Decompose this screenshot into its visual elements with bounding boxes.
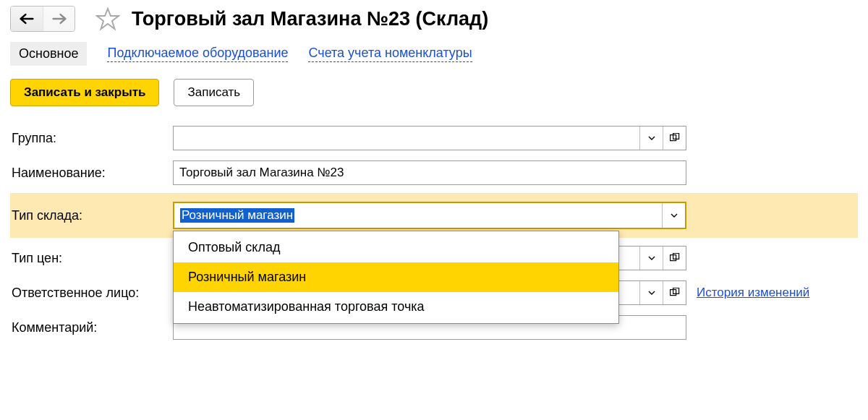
price-type-open-button[interactable] — [663, 247, 686, 270]
name-input[interactable]: Торговый зал Магазина №23 — [173, 160, 686, 185]
name-value: Торговый зал Магазина №23 — [174, 161, 686, 184]
section-tabs: Основное Подключаемое оборудование Счета… — [10, 42, 858, 66]
star-outline-icon — [95, 7, 120, 31]
arrow-right-icon — [52, 12, 67, 25]
warehouse-type-dropdown-list: Оптовый склад Розничный магазин Неавтома… — [173, 231, 619, 324]
group-dropdown-button[interactable] — [639, 127, 663, 150]
warehouse-type-selected-text: Розничный магазин — [180, 208, 294, 223]
row-group: Группа: — [10, 121, 858, 155]
action-buttons: Записать и закрыть Записать — [10, 79, 858, 106]
tab-accounts[interactable]: Счета учета номенклатуры — [308, 46, 472, 62]
history-link[interactable]: История изменений — [697, 286, 809, 299]
warehouse-type-option-0[interactable]: Оптовый склад — [174, 233, 618, 262]
price-type-label: Тип цен: — [10, 251, 173, 266]
forward-button[interactable] — [43, 7, 75, 31]
save-button[interactable]: Записать — [174, 79, 254, 106]
group-label: Группа: — [10, 131, 173, 146]
warehouse-type-select[interactable]: Розничный магазин — [173, 202, 686, 229]
group-open-button[interactable] — [663, 127, 686, 150]
header-bar: Торговый зал Магазина №23 (Склад) — [10, 6, 858, 32]
comment-label: Комментарий: — [10, 320, 173, 335]
open-reference-icon — [670, 288, 680, 298]
group-select[interactable] — [173, 126, 686, 150]
open-reference-icon — [670, 133, 680, 143]
warehouse-type-value: Розничный магазин — [174, 203, 662, 228]
responsible-dropdown-button[interactable] — [639, 281, 663, 304]
tab-main[interactable]: Основное — [10, 42, 87, 66]
page-title: Торговый зал Магазина №23 (Склад) — [132, 8, 488, 30]
price-type-dropdown-button[interactable] — [639, 247, 663, 270]
arrow-left-icon — [20, 12, 34, 25]
save-and-close-button[interactable]: Записать и закрыть — [10, 79, 159, 106]
chevron-down-icon — [648, 254, 655, 262]
favorite-toggle[interactable] — [95, 7, 120, 31]
group-value — [174, 127, 639, 150]
row-warehouse-type: Тип склада: Розничный магазин Оптовый ск… — [10, 193, 858, 238]
form: Группа: Наименование: Торговый зал Маг — [10, 121, 858, 345]
nav-buttons — [10, 6, 75, 32]
responsible-open-button[interactable] — [663, 281, 686, 304]
warehouse-type-option-2[interactable]: Неавтоматизированная торговая точка — [174, 292, 618, 322]
chevron-down-icon — [648, 134, 655, 142]
chevron-down-icon — [671, 212, 678, 219]
responsible-aux: История изменений — [697, 286, 809, 300]
tab-equipment[interactable]: Подключаемое оборудование — [107, 46, 288, 62]
back-button[interactable] — [11, 7, 43, 31]
warehouse-type-option-1[interactable]: Розничный магазин — [174, 262, 618, 292]
warehouse-type-label: Тип склада: — [10, 208, 173, 223]
open-reference-icon — [670, 253, 680, 263]
warehouse-type-dropdown-button[interactable] — [662, 203, 685, 228]
name-label: Наименование: — [10, 166, 173, 181]
row-name: Наименование: Торговый зал Магазина №23 — [10, 155, 858, 190]
chevron-down-icon — [648, 289, 655, 296]
responsible-label: Ответственное лицо: — [10, 286, 173, 301]
